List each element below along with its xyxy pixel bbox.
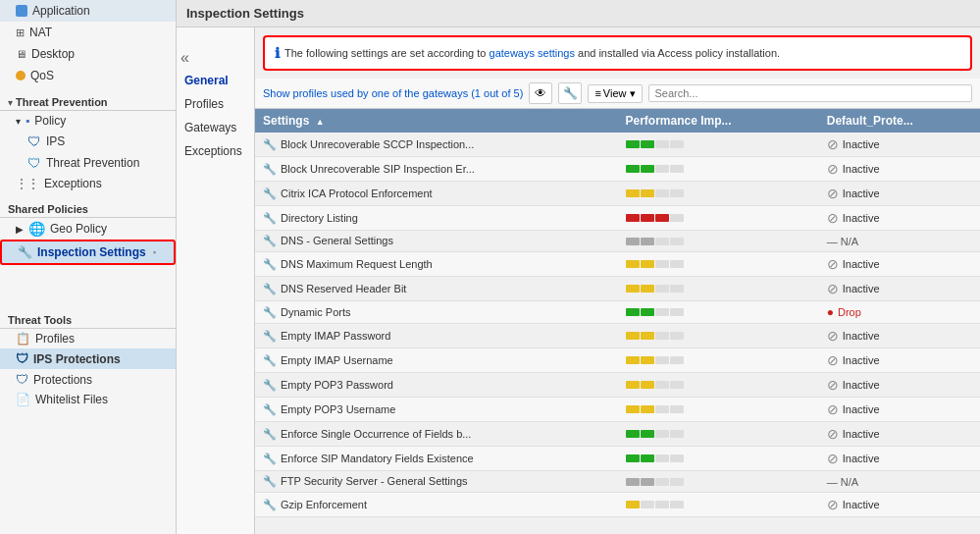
row-wrench-icon: 🔧	[263, 453, 277, 464]
sidebar-item-whitelist-files[interactable]: 📄 Whitelist Files	[0, 390, 176, 409]
section-threat-prevention: ▾ Threat Prevention	[0, 90, 176, 111]
sidebar-item-geo-policy[interactable]: ▶ 🌐 Geo Policy	[0, 218, 176, 240]
back-arrow[interactable]: «	[177, 47, 254, 69]
table-row[interactable]: 🔧Empty IMAP Username⊘Inactive	[255, 348, 980, 373]
status-label: Inactive	[843, 330, 880, 342]
policy-icon: ▪	[26, 114, 29, 128]
row-wrench-icon: 🔧	[263, 138, 277, 150]
inactive-icon: ⊘	[827, 256, 839, 272]
table-row[interactable]: 🔧Enforce SIP Mandatory Fields Existence⊘…	[255, 447, 980, 471]
status-label: Inactive	[843, 163, 880, 175]
tab-profiles[interactable]: Profiles	[177, 92, 254, 116]
status-label: Inactive	[843, 283, 880, 294]
status-label: Inactive	[843, 453, 880, 464]
qos-icon	[16, 71, 26, 80]
inactive-icon: ⊘	[827, 352, 839, 368]
status-label: Drop	[838, 306, 861, 318]
eye-button[interactable]: 👁	[529, 82, 552, 104]
geo-icon: 🌐	[28, 221, 45, 237]
table-row[interactable]: 🔧Gzip Enforcement⊘Inactive	[255, 493, 980, 517]
table-row[interactable]: 🔧Empty POP3 Username⊘Inactive	[255, 398, 980, 422]
col-default-prot[interactable]: Default_Prote...	[819, 109, 980, 133]
row-wrench-icon: 🔧	[263, 163, 277, 175]
status-label: Inactive	[843, 138, 880, 150]
protections-icon: 🛡	[16, 372, 28, 387]
row-wrench-icon: 🔧	[263, 283, 277, 294]
sidebar-item-profiles-tool[interactable]: 📋 Profiles	[0, 329, 176, 348]
row-wrench-icon: 🔧	[263, 258, 277, 270]
main-content: Inspection Settings « General Profiles G…	[177, 0, 980, 534]
table-row[interactable]: 🔧DNS Reserved Header Bit⊘Inactive	[255, 277, 980, 301]
sidebar-item-inspection-settings[interactable]: 🔧 Inspection Settings ▪	[0, 240, 176, 265]
tab-general[interactable]: General	[177, 69, 254, 92]
status-label: Inactive	[843, 403, 880, 415]
table-row[interactable]: 🔧Block Unrecoverable SIP Inspection Er..…	[255, 157, 980, 182]
sidebar-item-ips[interactable]: 🛡 IPS	[0, 131, 176, 152]
sidebar-item-desktop[interactable]: 🖥 Desktop	[0, 43, 176, 65]
inactive-icon: ⊘	[827, 401, 839, 417]
row-wrench-icon: 🔧	[263, 187, 277, 199]
exceptions-icon: ⋮⋮	[16, 177, 39, 190]
table-area: ℹ The following settings are set accordi…	[255, 27, 980, 534]
table-row[interactable]: 🔧DNS Maximum Request Length⊘Inactive	[255, 252, 980, 277]
sidebar-item-policy[interactable]: ▾ ▪ Policy	[0, 111, 176, 131]
row-wrench-icon: 🔧	[263, 475, 277, 487]
inactive-icon: ⊘	[827, 186, 839, 201]
table-row[interactable]: 🔧Empty IMAP Password⊘Inactive	[255, 324, 980, 348]
row-wrench-icon: 🔧	[263, 354, 277, 366]
profiles-filter-link[interactable]: Show profiles used by one of the gateway…	[263, 87, 523, 99]
inactive-icon: ⊘	[827, 426, 839, 442]
sidebar-item-exceptions[interactable]: ⋮⋮ Exceptions	[0, 174, 176, 193]
toolbar: Show profiles used by one of the gateway…	[255, 79, 980, 109]
inactive-icon: ⊘	[827, 328, 839, 344]
profiles-icon: 📋	[16, 332, 30, 346]
threat-icon: 🛡	[27, 155, 41, 171]
status-label: Inactive	[843, 212, 880, 224]
ips-prot-icon: 🛡	[16, 351, 28, 366]
table-row[interactable]: 🔧Empty POP3 Password⊘Inactive	[255, 373, 980, 398]
table-row[interactable]: 🔧Dynamic Ports●Drop	[255, 301, 980, 324]
row-wrench-icon: 🔧	[263, 499, 277, 510]
status-label: Inactive	[843, 499, 880, 510]
drop-icon: ●	[827, 305, 834, 319]
sidebar-item-qos[interactable]: QoS	[0, 65, 176, 86]
sidebar-item-nat[interactable]: ⊞ NAT	[0, 22, 176, 43]
table-row[interactable]: 🔧FTP Security Server - General Settings—…	[255, 471, 980, 493]
inactive-icon: ⊘	[827, 497, 839, 512]
row-wrench-icon: 🔧	[263, 428, 277, 440]
col-settings[interactable]: Settings ▲	[255, 109, 618, 133]
row-wrench-icon: 🔧	[263, 403, 277, 415]
view-button[interactable]: ≡ View ▾	[588, 84, 642, 103]
table-row[interactable]: 🔧Block Unrecoverable SCCP Inspection...⊘…	[255, 133, 980, 157]
search-input[interactable]	[648, 84, 972, 102]
page-title: Inspection Settings	[177, 0, 980, 27]
status-label: Inactive	[843, 187, 880, 199]
status-label: — N/A	[827, 236, 858, 247]
wrench-toolbar-button[interactable]: 🔧	[558, 82, 582, 104]
table-row[interactable]: 🔧Directory Listing⊘Inactive	[255, 206, 980, 231]
inactive-icon: ⊘	[827, 161, 839, 177]
gateway-settings-link[interactable]: gateways settings	[490, 47, 575, 59]
row-wrench-icon: 🔧	[263, 306, 277, 318]
whitelist-icon: 📄	[16, 393, 30, 406]
info-icon: ℹ	[275, 45, 280, 61]
nat-icon: ⊞	[16, 27, 25, 39]
table-row[interactable]: 🔧Enforce Single Occurrence of Fields b..…	[255, 422, 980, 447]
tab-gateways[interactable]: Gateways	[177, 116, 254, 139]
sidebar-item-protections[interactable]: 🛡 Protections	[0, 369, 176, 390]
tab-exceptions[interactable]: Exceptions	[177, 139, 254, 163]
ips-icon: 🛡	[27, 134, 41, 149]
sub-navigation: « General Profiles Gateways Exceptions	[177, 27, 255, 534]
table-row[interactable]: 🔧Citrix ICA Protocol Enforcement⊘Inactiv…	[255, 182, 980, 206]
status-label: — N/A	[827, 476, 858, 488]
section-threat-tools: Threat Tools	[0, 308, 176, 329]
sidebar-item-ips-protections[interactable]: 🛡 IPS Protections	[0, 348, 176, 369]
status-label: Inactive	[843, 354, 880, 366]
sidebar: Application ⊞ NAT 🖥 Desktop QoS ▾ Threat…	[0, 0, 177, 534]
inactive-icon: ⊘	[827, 210, 839, 226]
table-row[interactable]: 🔧DNS - General Settings— N/A	[255, 231, 980, 252]
sidebar-item-application[interactable]: Application	[0, 0, 176, 22]
sidebar-item-threat-prevention-sub[interactable]: 🛡 Threat Prevention	[0, 152, 176, 174]
col-performance[interactable]: Performance Imp...	[618, 109, 819, 133]
desktop-icon: 🖥	[16, 48, 26, 60]
